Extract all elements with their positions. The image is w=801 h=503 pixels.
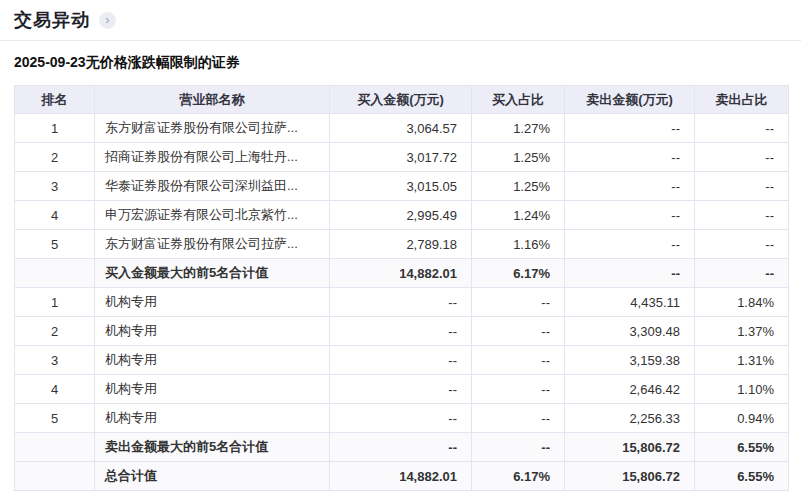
buy-ratio-cell: 1.25%	[472, 172, 565, 201]
rank-cell	[15, 433, 95, 462]
sell-ratio-cell: 6.55%	[695, 462, 789, 491]
page-header: 交易异动 ›	[0, 0, 801, 40]
buy-amount-cell: --	[330, 404, 472, 433]
broker-name-cell: 机构专用	[95, 346, 330, 375]
buy-amount-cell: --	[330, 346, 472, 375]
table-row: 2机构专用----3,309.481.37%	[15, 317, 789, 346]
table-header-row: 排名 营业部名称 买入金额(万元) 买入占比 卖出金额(万元) 卖出占比	[15, 86, 789, 114]
broker-name-cell: 华泰证券股份有限公司深圳益田...	[95, 172, 330, 201]
rank-cell: 2	[15, 317, 95, 346]
sell-amount-cell: --	[565, 143, 695, 172]
buy-ratio-cell: --	[472, 375, 565, 404]
rank-cell: 4	[15, 201, 95, 230]
sell-amount-cell: 3,309.48	[565, 317, 695, 346]
broker-name-cell: 机构专用	[95, 404, 330, 433]
summary-row: 总合计值14,882.016.17%15,806.726.55%	[15, 462, 789, 491]
table-body: 1东方财富证券股份有限公司拉萨...3,064.571.27%----2招商证券…	[15, 114, 789, 491]
sell-ratio-cell: --	[695, 201, 789, 230]
col-buy-amount: 买入金额(万元)	[330, 86, 472, 114]
buy-amount-cell: --	[330, 288, 472, 317]
rank-cell	[15, 462, 95, 491]
buy-ratio-cell: 6.17%	[472, 462, 565, 491]
buy-amount-cell: --	[330, 433, 472, 462]
sell-ratio-cell: 1.10%	[695, 375, 789, 404]
broker-name-cell: 总合计值	[95, 462, 330, 491]
sell-amount-cell: 2,256.33	[565, 404, 695, 433]
sell-amount-cell: 15,806.72	[565, 462, 695, 491]
summary-row: 买入金额最大的前5名合计值14,882.016.17%----	[15, 259, 789, 288]
rank-cell: 3	[15, 172, 95, 201]
buy-ratio-cell: 6.17%	[472, 259, 565, 288]
buy-amount-cell: 2,995.49	[330, 201, 472, 230]
broker-name-cell: 卖出金额最大的前5名合计值	[95, 433, 330, 462]
sell-amount-cell: --	[565, 172, 695, 201]
sell-amount-cell: --	[565, 230, 695, 259]
col-broker-name: 营业部名称	[95, 86, 330, 114]
sell-amount-cell: 3,159.38	[565, 346, 695, 375]
sell-ratio-cell: --	[695, 172, 789, 201]
broker-name-cell: 机构专用	[95, 288, 330, 317]
rank-cell: 5	[15, 404, 95, 433]
sell-ratio-cell: 6.55%	[695, 433, 789, 462]
broker-name-cell: 买入金额最大的前5名合计值	[95, 259, 330, 288]
caption-label: 无价格涨跌幅限制的证券	[86, 54, 240, 70]
broker-name-cell: 东方财富证券股份有限公司拉萨...	[95, 230, 330, 259]
table-row: 1机构专用----4,435.111.84%	[15, 288, 789, 317]
rank-cell: 2	[15, 143, 95, 172]
buy-amount-cell: 3,015.05	[330, 172, 472, 201]
sell-amount-cell: --	[565, 114, 695, 143]
table-row: 1东方财富证券股份有限公司拉萨...3,064.571.27%----	[15, 114, 789, 143]
buy-ratio-cell: --	[472, 346, 565, 375]
sell-ratio-cell: 0.94%	[695, 404, 789, 433]
buy-amount-cell: 3,064.57	[330, 114, 472, 143]
sell-ratio-cell: --	[695, 230, 789, 259]
buy-ratio-cell: 1.24%	[472, 201, 565, 230]
rank-cell	[15, 259, 95, 288]
sell-ratio-cell: --	[695, 259, 789, 288]
col-rank: 排名	[15, 86, 95, 114]
buy-amount-cell: --	[330, 375, 472, 404]
date-label: 2025-09-23	[14, 54, 86, 70]
table-row: 5机构专用----2,256.330.94%	[15, 404, 789, 433]
broker-name-cell: 机构专用	[95, 317, 330, 346]
buy-ratio-cell: --	[472, 404, 565, 433]
sell-ratio-cell: 1.37%	[695, 317, 789, 346]
table-caption: 2025-09-23无价格涨跌幅限制的证券	[14, 54, 787, 72]
broker-name-cell: 机构专用	[95, 375, 330, 404]
table-row: 2招商证券股份有限公司上海牡丹...3,017.721.25%----	[15, 143, 789, 172]
chevron-right-icon[interactable]: ›	[99, 12, 116, 29]
broker-ranking-table: 排名 营业部名称 买入金额(万元) 买入占比 卖出金额(万元) 卖出占比 1东方…	[14, 85, 789, 491]
buy-ratio-cell: 1.25%	[472, 143, 565, 172]
sell-amount-cell: --	[565, 259, 695, 288]
buy-ratio-cell: --	[472, 288, 565, 317]
rank-cell: 3	[15, 346, 95, 375]
sell-amount-cell: 15,806.72	[565, 433, 695, 462]
sell-ratio-cell: --	[695, 114, 789, 143]
rank-cell: 1	[15, 114, 95, 143]
rank-cell: 5	[15, 230, 95, 259]
col-sell-amount: 卖出金额(万元)	[565, 86, 695, 114]
rank-cell: 1	[15, 288, 95, 317]
broker-name-cell: 申万宏源证券有限公司北京紫竹...	[95, 201, 330, 230]
buy-ratio-cell: 1.16%	[472, 230, 565, 259]
page-title: 交易异动	[14, 8, 90, 32]
buy-amount-cell: 3,017.72	[330, 143, 472, 172]
main-content: 2025-09-23无价格涨跌幅限制的证券 排名 营业部名称 买入金额(万元) …	[0, 41, 801, 491]
table-row: 5东方财富证券股份有限公司拉萨...2,789.181.16%----	[15, 230, 789, 259]
buy-amount-cell: --	[330, 317, 472, 346]
broker-name-cell: 招商证券股份有限公司上海牡丹...	[95, 143, 330, 172]
sell-amount-cell: 2,646.42	[565, 375, 695, 404]
col-buy-ratio: 买入占比	[472, 86, 565, 114]
sell-amount-cell: 4,435.11	[565, 288, 695, 317]
sell-ratio-cell: 1.31%	[695, 346, 789, 375]
table-row: 3华泰证券股份有限公司深圳益田...3,015.051.25%----	[15, 172, 789, 201]
sell-amount-cell: --	[565, 201, 695, 230]
table-row: 4申万宏源证券有限公司北京紫竹...2,995.491.24%----	[15, 201, 789, 230]
buy-amount-cell: 14,882.01	[330, 462, 472, 491]
sell-ratio-cell: 1.84%	[695, 288, 789, 317]
buy-ratio-cell: 1.27%	[472, 114, 565, 143]
table-row: 4机构专用----2,646.421.10%	[15, 375, 789, 404]
buy-ratio-cell: --	[472, 317, 565, 346]
buy-amount-cell: 2,789.18	[330, 230, 472, 259]
summary-row: 卖出金额最大的前5名合计值----15,806.726.55%	[15, 433, 789, 462]
